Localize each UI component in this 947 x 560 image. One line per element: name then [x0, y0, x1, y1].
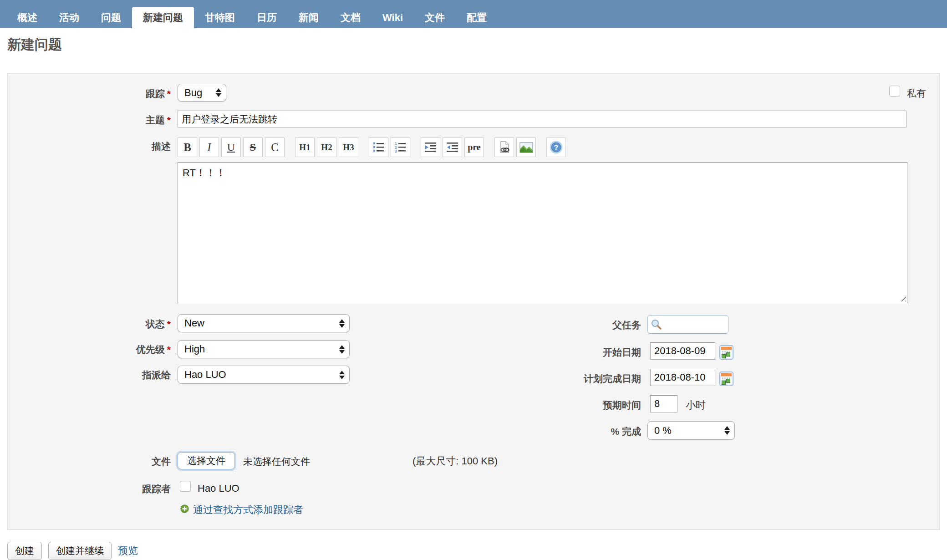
assignee-select[interactable]: Hao LUO	[178, 366, 350, 384]
image-icon	[519, 142, 533, 153]
tab-documents[interactable]: 文档	[330, 7, 372, 28]
estimated-time-label: 预期时间	[482, 399, 641, 412]
ordered-list-button[interactable]: 1 2 3	[391, 137, 410, 157]
search-icon	[651, 319, 662, 331]
subject-input[interactable]	[178, 111, 906, 127]
tab-calendar[interactable]: 日历	[246, 7, 288, 28]
svg-text:?: ?	[554, 144, 559, 152]
link-icon	[498, 141, 511, 154]
priority-label: 优先级*	[8, 343, 171, 356]
strikethrough-button[interactable]: S	[243, 137, 263, 157]
wiki-toolbar: B I U S C H1 H2 H3 1 2 3	[178, 137, 568, 157]
unordered-list-button[interactable]	[369, 137, 388, 157]
heading3-button[interactable]: H3	[339, 137, 358, 157]
estimated-time-unit: 小时	[686, 398, 706, 412]
add-watcher-link[interactable]: 通过查找方式添加跟踪者	[193, 503, 303, 517]
tab-gantt[interactable]: 甘特图	[194, 7, 246, 28]
bold-button[interactable]: B	[178, 137, 197, 157]
link-button[interactable]	[494, 137, 514, 157]
tab-files[interactable]: 文件	[414, 7, 456, 28]
outdent-button[interactable]	[443, 137, 462, 157]
watchers-label: 跟踪者	[8, 483, 171, 495]
select-arrows-icon	[216, 88, 221, 97]
private-checkbox[interactable]	[889, 86, 900, 97]
tab-overview[interactable]: 概述	[6, 7, 48, 28]
max-size-hint: (最大尺寸: 100 KB)	[412, 454, 498, 468]
private-label: 私有	[907, 87, 926, 100]
parent-task-search-input[interactable]	[647, 315, 728, 334]
description-field-wrap: RT！！！	[178, 162, 907, 303]
select-arrows-icon	[339, 319, 345, 328]
done-ratio-label: % 完成	[482, 425, 641, 438]
status-select[interactable]: New	[178, 314, 350, 332]
tab-issues[interactable]: 问题	[90, 7, 132, 28]
tab-wiki[interactable]: Wiki	[372, 7, 414, 28]
new-issue-page: 概述 活动 问题 新建问题 甘特图 日历 新闻 文档 Wiki 文件 配置 新建…	[0, 0, 947, 560]
indent-icon	[424, 141, 437, 153]
start-date-label: 开始日期	[482, 346, 641, 359]
svg-text:3: 3	[395, 149, 397, 153]
status-label: 状态*	[8, 318, 171, 331]
plus-icon	[180, 504, 189, 513]
start-date-calendar-icon[interactable]	[719, 345, 733, 360]
create-button[interactable]: 创建	[7, 542, 42, 560]
create-and-continue-button[interactable]: 创建并继续	[48, 542, 112, 560]
watcher-checkbox[interactable]	[180, 481, 191, 492]
outdent-icon	[446, 141, 458, 153]
description-textarea[interactable]: RT！！！	[178, 162, 907, 303]
estimated-time-input[interactable]	[650, 395, 677, 412]
code-button[interactable]: C	[265, 137, 285, 157]
tracker-select[interactable]: Bug	[178, 84, 226, 102]
underline-button[interactable]: U	[221, 137, 241, 157]
choose-file-button[interactable]: 选择文件	[178, 452, 235, 469]
indent-button[interactable]	[421, 137, 440, 157]
start-date-input[interactable]	[650, 342, 715, 360]
help-button[interactable]: ?	[546, 137, 566, 157]
due-date-calendar-icon[interactable]	[719, 372, 733, 386]
heading2-button[interactable]: H2	[317, 137, 336, 157]
ordered-list-icon: 1 2 3	[394, 141, 407, 153]
preview-link[interactable]: 预览	[118, 544, 138, 558]
watcher-name: Hao LUO	[198, 483, 239, 494]
due-date-input[interactable]	[650, 369, 715, 386]
due-date-label: 计划完成日期	[482, 372, 641, 385]
assignee-label: 指派给	[8, 369, 171, 382]
italic-button[interactable]: I	[199, 137, 219, 157]
done-ratio-select[interactable]: 0 %	[647, 421, 735, 440]
description-label: 描述	[8, 140, 171, 153]
page-title: 新建问题	[7, 36, 62, 54]
tab-settings[interactable]: 配置	[456, 7, 498, 28]
subject-label: 主题*	[8, 114, 171, 127]
heading1-button[interactable]: H1	[295, 137, 315, 157]
add-watcher-icon[interactable]	[180, 504, 189, 515]
files-label: 文件	[8, 455, 171, 468]
select-arrows-icon	[339, 345, 345, 354]
select-arrows-icon	[339, 371, 345, 379]
tab-new-issue[interactable]: 新建问题	[132, 7, 194, 28]
tab-activity[interactable]: 活动	[48, 7, 90, 28]
unordered-list-icon	[372, 141, 385, 153]
select-arrows-icon	[724, 426, 730, 435]
priority-select[interactable]: High	[178, 340, 350, 358]
new-issue-form: 跟踪* Bug 私有 主题* 描述 B I U S C H1 H2 H3	[7, 73, 940, 530]
tab-news[interactable]: 新闻	[288, 7, 330, 28]
help-icon: ?	[549, 140, 563, 154]
form-actions: 创建 创建并继续 预览	[7, 542, 138, 560]
tracker-label: 跟踪*	[8, 87, 171, 100]
parent-task-label: 父任务	[482, 319, 641, 331]
main-menu: 概述 活动 问题 新建问题 甘特图 日历 新闻 文档 Wiki 文件 配置	[0, 0, 947, 28]
image-button[interactable]	[516, 137, 536, 157]
no-file-chosen-text: 未选择任何文件	[243, 455, 310, 468]
preformatted-button[interactable]: pre	[464, 137, 484, 157]
